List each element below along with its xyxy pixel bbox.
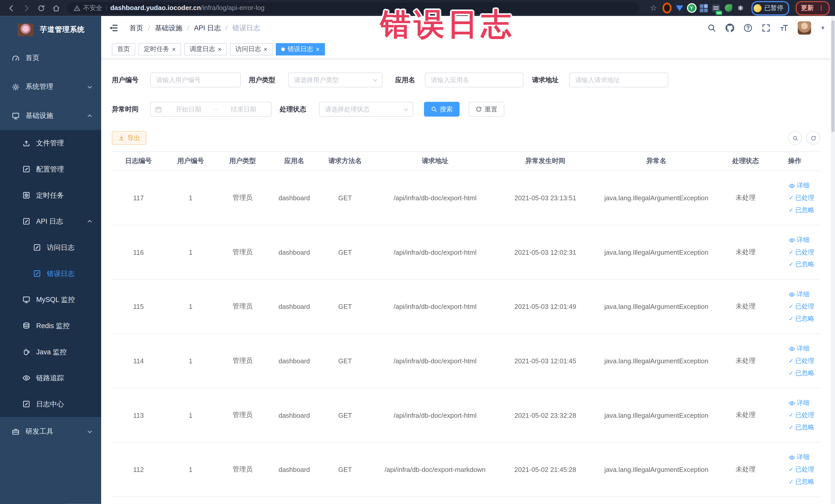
- toolbox-icon: [12, 427, 20, 436]
- detail-link[interactable]: 详细: [789, 344, 820, 353]
- tab-schedule-log[interactable]: 调度日志×: [184, 43, 227, 56]
- extension-icon-leaf[interactable]: [724, 3, 733, 12]
- breadcrumb-infra[interactable]: 基础设施: [155, 23, 183, 33]
- sidebar-item-home[interactable]: 首页: [0, 44, 101, 73]
- mark-ignored-link[interactable]: ✓已忽略: [789, 206, 820, 215]
- fullscreen-icon[interactable]: [761, 23, 771, 32]
- scrollbar-thumb[interactable]: [831, 20, 834, 132]
- breadcrumb-home[interactable]: 首页: [129, 23, 143, 33]
- browser-profile-chip[interactable]: 已暂停: [751, 1, 789, 15]
- github-icon[interactable]: [726, 23, 734, 32]
- detail-link[interactable]: 详细: [789, 399, 820, 407]
- eye-icon: [789, 291, 795, 298]
- user-type-select[interactable]: 请选择用户类型: [288, 73, 382, 87]
- mark-processed-link[interactable]: ✓已处理: [789, 411, 820, 420]
- mark-processed-link[interactable]: ✓已处理: [789, 193, 820, 202]
- request-url-input[interactable]: [569, 73, 668, 87]
- mark-ignored-link[interactable]: ✓已忽略: [789, 423, 820, 432]
- font-size-icon[interactable]: [780, 23, 789, 32]
- browser-home-button[interactable]: [50, 2, 62, 14]
- reset-button[interactable]: 重置: [469, 102, 504, 117]
- tab-scheduled-task[interactable]: 定时任务×: [138, 43, 181, 56]
- browser-update-button[interactable]: 更新 ⋮: [796, 1, 830, 15]
- sidebar-item-log-center[interactable]: 日志中心: [0, 391, 101, 417]
- user-id-input[interactable]: [150, 73, 241, 87]
- sidebar-item-trace[interactable]: 链路追踪: [0, 365, 101, 391]
- tab-access-log[interactable]: 访问日志×: [230, 43, 272, 56]
- close-icon[interactable]: ×: [316, 46, 320, 53]
- breadcrumb-api-log[interactable]: API 日志: [194, 23, 221, 33]
- mark-processed-link[interactable]: ✓已处理: [789, 302, 820, 311]
- gear-icon: [12, 83, 20, 91]
- sidebar-item-error-log[interactable]: 错误日志: [0, 261, 101, 287]
- chevron-down-icon: [87, 84, 93, 90]
- mark-processed-link[interactable]: ✓已处理: [789, 356, 820, 365]
- extension-icon-grid[interactable]: [699, 3, 708, 12]
- date-range-picker[interactable]: 开始日期 - 结束日期: [150, 102, 271, 117]
- security-label: 不安全: [83, 3, 102, 12]
- sidebar-item-access-log[interactable]: 访问日志: [0, 235, 101, 261]
- help-icon[interactable]: [744, 23, 752, 32]
- close-icon[interactable]: ×: [218, 46, 222, 53]
- sidebar-item-mysql-monitor[interactable]: MySQL 监控: [0, 286, 101, 313]
- detail-link[interactable]: 详细: [789, 236, 820, 244]
- mark-processed-link[interactable]: ✓已处理: [789, 465, 820, 474]
- sidebar-item-redis-monitor[interactable]: Redis 监控: [0, 313, 101, 339]
- tab-home[interactable]: 首页: [112, 43, 135, 56]
- close-icon[interactable]: ×: [264, 46, 267, 53]
- toggle-search-button[interactable]: [788, 131, 802, 145]
- address-bar[interactable]: 不安全 dashboard.yudao.iocoder.cn/infra/log…: [67, 2, 639, 14]
- page-content: 用户编号 用户类型 请选择用户类型 应用名 请求地址 异常时间: [101, 59, 835, 504]
- detail-link[interactable]: 详细: [789, 181, 820, 190]
- download-icon: [118, 135, 125, 141]
- browser-menu-icon[interactable]: ⋮: [818, 5, 824, 11]
- extension-icon-proxy[interactable]: on: [712, 3, 720, 12]
- profile-emoji-icon: [754, 4, 761, 12]
- mark-ignored-link[interactable]: ✓已忽略: [789, 369, 820, 378]
- search-icon: [431, 106, 437, 113]
- extension-icon-blue-shield[interactable]: [675, 3, 684, 12]
- browser-back-button[interactable]: [5, 2, 17, 14]
- sidebar-item-api-log[interactable]: API 日志: [0, 208, 101, 235]
- process-status-label: 处理状态: [280, 105, 310, 114]
- sidebar-item-dev-tools[interactable]: 研发工具: [0, 417, 101, 446]
- sidebar-item-java-monitor[interactable]: Java 监控: [0, 339, 101, 365]
- hamburger-fold-icon[interactable]: [108, 23, 119, 33]
- table-row: 114 1 管理员 dashboard GET /api/infra/db-do…: [112, 334, 820, 388]
- sidebar-item-file-manage[interactable]: 文件管理: [0, 130, 101, 156]
- mark-ignored-link[interactable]: ✓已忽略: [789, 260, 820, 269]
- sidebar-item-system[interactable]: 系统管理: [0, 73, 101, 101]
- monitor-icon: [22, 296, 30, 303]
- mark-ignored-link[interactable]: ✓已忽略: [789, 314, 820, 323]
- export-button[interactable]: 导出: [112, 131, 147, 145]
- log-edit-icon: [33, 243, 41, 251]
- not-secure-indicator[interactable]: 不安全: [74, 3, 102, 12]
- detail-link[interactable]: 详细: [789, 290, 820, 299]
- sidebar-item-infra[interactable]: 基础设施: [0, 101, 101, 130]
- browser-reload-button[interactable]: [35, 2, 47, 14]
- extension-icon-green[interactable]: Y: [687, 3, 696, 12]
- edit-square-icon: [22, 165, 30, 173]
- extension-icon-monkey[interactable]: ❋: [736, 3, 745, 12]
- process-status-select[interactable]: 请选择处理状态: [319, 102, 413, 117]
- error-log-table: 日志编号 用户编号 用户类型 应用名 请求方法名 请求地址 异常发生时间 异常名…: [112, 151, 820, 497]
- extension-icon-orange[interactable]: [663, 3, 672, 12]
- detail-link[interactable]: 详细: [789, 452, 820, 462]
- mark-ignored-link[interactable]: ✓已忽略: [789, 477, 820, 486]
- bookmark-star-icon[interactable]: ☆: [648, 2, 659, 14]
- app-name-label: 应用名: [395, 76, 419, 84]
- mark-processed-link[interactable]: ✓已处理: [789, 248, 820, 257]
- sidebar-item-config-manage[interactable]: 配置管理: [0, 156, 101, 182]
- sidebar-logo[interactable]: 芋道管理系统: [0, 16, 101, 44]
- browser-forward-button[interactable]: [20, 2, 32, 14]
- check-icon: ✓: [789, 249, 794, 255]
- app-name-input[interactable]: [425, 73, 524, 87]
- avatar[interactable]: [798, 21, 811, 35]
- header-search-icon[interactable]: [707, 23, 716, 32]
- close-icon[interactable]: ×: [172, 46, 176, 53]
- caret-down-icon[interactable]: ▼: [820, 25, 826, 31]
- search-button[interactable]: 搜索: [424, 102, 460, 117]
- refresh-table-button[interactable]: [806, 131, 820, 145]
- sidebar-item-scheduled-task[interactable]: 定时任务: [0, 182, 101, 208]
- tab-error-log[interactable]: 错误日志×: [276, 43, 325, 56]
